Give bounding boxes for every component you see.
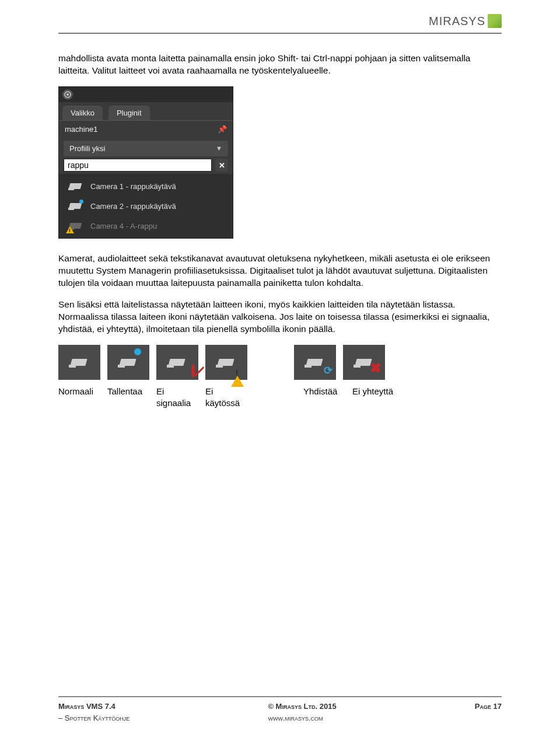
camera-item-4[interactable]: Camera 4 - A-rappu [59,216,233,236]
profile-dropdown[interactable]: Profiili yksi ▼ [64,141,228,157]
footer-url: www.mirasys.com [268,712,336,724]
header-rule [58,33,502,34]
status-noconnection-icon: ✖ [343,345,385,380]
camera-icon-warning [67,219,85,232]
camera-label: Camera 1 - rappukäytävä [90,181,176,192]
status-labels: Normaali Tallentaa Ei signaalia Ei käytö… [58,386,502,410]
profile-label: Profiili yksi [69,144,105,154]
camera-item-2[interactable]: Camera 2 - rappukäytävä [59,196,233,216]
footer-product: Mirasys VMS 7.4 [58,702,116,711]
app-icon [62,89,73,100]
ui-topbar [59,87,233,102]
label-connecting: Yhdistää [303,386,345,410]
brand-logo-icon [488,14,502,28]
pin-icon[interactable]: 📌 [218,124,227,135]
status-recording-icon [107,345,149,380]
footer-left: Mirasys VMS 7.4 – Spotter Käyttöohje [58,701,130,723]
svg-point-1 [66,93,69,96]
tab-menu[interactable]: Valikko [62,106,103,121]
label-disabled: Ei käytössä [205,386,247,410]
page-footer: Mirasys VMS 7.4 – Spotter Käyttöohje © M… [58,696,502,723]
status-connecting-icon: ⟳ [294,345,336,380]
footer-center: © Mirasys Ltd. 2015 www.mirasys.com [268,701,336,723]
label-recording: Tallentaa [107,386,149,410]
paragraph-1: mahdollista avata monta laitetta painama… [58,53,502,77]
footer-page: Page 17 [475,702,502,711]
paragraph-3: Sen lisäksi että laitelistassa näytetään… [58,299,502,335]
brand-logo: MIRASYS [429,14,502,28]
brand-text: MIRASYS [429,15,485,28]
camera-icon-recording [67,200,85,212]
clear-search-button[interactable]: ✕ [215,159,228,172]
camera-list: Camera 1 - rappukäytävä Camera 2 - rappu… [59,174,233,238]
camera-icon [67,180,85,193]
paragraph-2: Kamerat, audiolaitteet sekä tekstikanava… [58,253,502,289]
label-nosignal: Ei signaalia [156,386,198,410]
camera-label: Camera 2 - rappukäytävä [90,201,176,212]
status-nosignal-icon [156,345,198,380]
footer-right: Page 17 [475,701,502,723]
status-icon-strip: ⟳ ✖ [58,345,502,380]
camera-item-1[interactable]: Camera 1 - rappukäytävä [59,176,233,196]
camera-label: Camera 4 - A-rappu [90,221,157,232]
ui-tabs: Valikko Pluginit [59,102,233,121]
label-noconnection: Ei yhteyttä [352,386,411,410]
status-disabled-icon [205,345,247,380]
spotter-sidebar-screenshot: Valikko Pluginit machine1 📌 Profiili yks… [58,86,233,239]
footer-copyright: © Mirasys Ltd. 2015 [268,702,336,711]
search-row: ✕ [64,159,228,172]
machine-row[interactable]: machine1 📌 [59,120,233,138]
status-normal-icon [58,345,100,380]
label-normal: Normaali [58,386,100,410]
machine-name: machine1 [65,124,97,135]
footer-subtitle: – Spotter Käyttöohje [58,712,130,724]
search-input[interactable] [64,159,212,172]
chevron-down-icon: ▼ [216,144,222,153]
tab-plugins[interactable]: Pluginit [108,106,150,121]
